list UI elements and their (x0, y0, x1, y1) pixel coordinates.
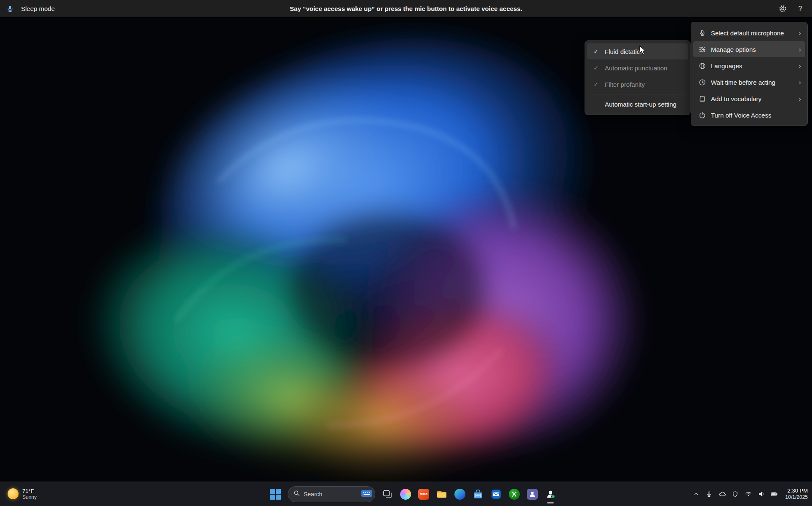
power-icon (697, 112, 707, 119)
voice-access-mode-label: Sleep mode (21, 5, 55, 12)
menu-item-select-default-microphone[interactable]: Select default microphone › (693, 25, 805, 41)
task-view-button[interactable] (382, 488, 393, 500)
menu-item-turn-off-voice-access[interactable]: Turn off Voice Access (693, 107, 805, 123)
menu-item-add-to-vocabulary[interactable]: Add to vocabulary › (693, 91, 805, 107)
outlook-icon[interactable] (490, 488, 502, 500)
tray-microphone-icon[interactable] (705, 490, 713, 498)
wifi-icon[interactable] (745, 490, 752, 498)
weather-condition: Sunny (22, 494, 37, 500)
clock-date: 10/1/2025 (785, 494, 808, 501)
menu-item-languages[interactable]: Languages › (693, 58, 805, 74)
menu-item-manage-options[interactable]: Manage options › (693, 41, 805, 57)
m365-copilot-icon[interactable]: M365 (418, 488, 430, 500)
edge-icon[interactable] (454, 488, 466, 500)
book-icon (697, 95, 707, 102)
microphone-icon[interactable] (6, 5, 14, 13)
check-icon: ✓ (591, 48, 601, 55)
weather-widget[interactable]: 71°F Sunny (4, 486, 40, 502)
teams-icon[interactable] (526, 488, 538, 500)
chevron-right-icon: › (796, 46, 801, 53)
tray-chevron-up-icon[interactable] (692, 490, 700, 498)
active-app-indicator (547, 502, 554, 503)
search-label: Search (304, 491, 357, 498)
chevron-right-icon: › (796, 95, 801, 102)
security-shield-icon[interactable] (732, 490, 739, 498)
menu-item-automatic-punctuation[interactable]: ✓ Automatic punctuation (587, 60, 688, 76)
manage-options-submenu: ✓ Fluid dictation ✓ Automatic punctuatio… (585, 40, 691, 115)
menu-item-wait-time-before-acting[interactable]: Wait time before acting › (693, 74, 805, 90)
clock-icon (697, 79, 707, 86)
check-icon: ✓ (591, 81, 601, 88)
voice-access-bar: Sleep mode Say “voice access wake up” or… (0, 0, 812, 18)
search-keyboard-icon[interactable] (361, 489, 373, 499)
battery-icon[interactable] (771, 490, 778, 498)
chevron-right-icon: › (796, 29, 801, 37)
menu-separator (589, 94, 686, 94)
taskbar: 71°F Sunny Search (0, 482, 812, 506)
clock-time: 2:30 PM (785, 487, 808, 494)
sliders-icon (697, 46, 707, 53)
microsoft-store-icon[interactable] (472, 488, 484, 500)
search-box[interactable]: Search (288, 486, 375, 502)
xbox-icon[interactable] (508, 488, 520, 500)
check-icon: ✓ (591, 64, 601, 71)
languages-icon (697, 62, 707, 70)
voice-access-settings-menu: Select default microphone › Manage optio… (691, 22, 808, 126)
clock-widget[interactable]: 2:30 PM 10/1/2025 (784, 487, 808, 501)
search-icon (294, 490, 300, 498)
menu-item-automatic-startup-setting[interactable]: Automatic start-up setting (587, 96, 688, 112)
gear-icon[interactable] (778, 5, 787, 13)
chevron-right-icon: › (796, 62, 801, 70)
copilot-icon[interactable] (400, 488, 411, 500)
voice-access-instruction: Say “voice access wake up” or press the … (290, 5, 522, 12)
volume-icon[interactable] (758, 490, 765, 498)
people-app-icon-active[interactable] (545, 488, 556, 500)
start-button[interactable] (270, 488, 281, 500)
weather-temperature: 71°F (22, 488, 37, 495)
chevron-right-icon: › (796, 79, 801, 86)
sun-icon (8, 488, 19, 499)
microphone-icon (697, 29, 707, 37)
m365-label: M365 (420, 493, 427, 495)
menu-item-filter-profanity[interactable]: ✓ Filter profanity (587, 76, 688, 92)
help-icon[interactable]: ? (796, 5, 804, 13)
file-explorer-icon[interactable] (436, 488, 448, 500)
onedrive-cloud-icon[interactable] (719, 490, 726, 498)
menu-item-fluid-dictation[interactable]: ✓ Fluid dictation (587, 43, 688, 59)
